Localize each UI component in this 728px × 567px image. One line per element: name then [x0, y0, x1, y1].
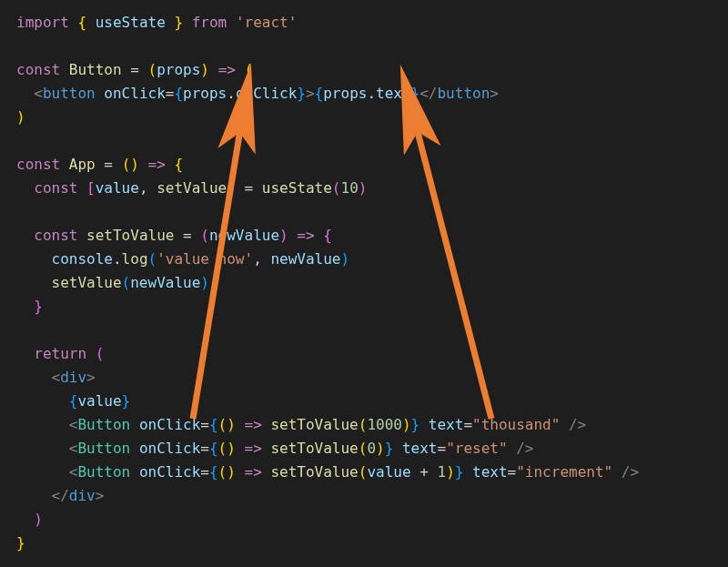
punct: =: [166, 85, 175, 102]
attr-onclick: onClick: [139, 463, 200, 481]
attr-onclick: onClick: [139, 440, 200, 457]
paren: ): [359, 179, 368, 197]
paren: ): [34, 511, 43, 528]
paren: ): [200, 61, 209, 78]
number-10: 10: [341, 179, 359, 197]
param-props: props: [157, 61, 200, 78]
keyword-import: import: [16, 14, 69, 31]
brace: {: [174, 156, 183, 173]
dot: .: [113, 250, 122, 268]
paren: ): [16, 108, 25, 126]
brace: }: [411, 416, 420, 433]
code-line: const App = () => {: [16, 156, 183, 173]
arrow: =>: [297, 227, 314, 244]
paren: (: [218, 463, 228, 481]
attr-text: text: [429, 416, 464, 433]
string-react: 'react': [236, 14, 297, 31]
paren: (: [359, 440, 368, 457]
brace: }: [16, 534, 25, 552]
paren: (: [359, 416, 368, 433]
punct: =: [463, 416, 472, 433]
identifier-value: value: [77, 392, 121, 410]
identifier-props: props: [183, 85, 227, 102]
code-line: <Button onClick={() => setToValue(value …: [16, 463, 639, 481]
jsx-open: <: [69, 440, 78, 457]
paren: (: [218, 416, 228, 433]
string-valuenow: 'value now': [157, 250, 253, 268]
jsx-close: >: [96, 487, 105, 504]
attr-text: text: [472, 463, 508, 481]
dot: .: [227, 85, 236, 102]
code-line: const setToValue = (newValue) => {: [16, 227, 332, 244]
arrow: =>: [218, 61, 236, 78]
jsx-component-button: Button: [77, 463, 130, 481]
brace: {: [209, 440, 218, 457]
paren: (: [359, 463, 368, 481]
comma: ,: [139, 179, 148, 197]
paren: (: [96, 345, 105, 362]
code-line: <div>: [16, 369, 96, 386]
paren: (: [122, 156, 131, 173]
brace: {: [323, 227, 332, 244]
brace: }: [174, 14, 183, 31]
punct: =: [508, 463, 517, 481]
identifier-setvalue: setValue: [157, 179, 227, 197]
identifier-newvalue: newValue: [270, 250, 340, 268]
paren: ): [227, 416, 236, 433]
comma: ,: [253, 250, 262, 268]
punct: =: [104, 156, 113, 173]
paren: (: [122, 274, 131, 291]
brace: }: [385, 440, 394, 457]
jsx-close: >: [490, 85, 499, 102]
brace: {: [209, 463, 218, 481]
bracket: ]: [227, 179, 236, 197]
identifier-value: value: [367, 463, 410, 481]
paren: (: [200, 227, 209, 244]
code-line: const Button = (props) => (: [16, 61, 253, 78]
keyword-const: const: [34, 179, 77, 197]
brace: {: [174, 85, 183, 102]
identifier-settovalue: setToValue: [86, 227, 174, 244]
jsx-tag-div: div: [60, 369, 86, 386]
paren: ): [446, 463, 455, 481]
identifier-value: value: [96, 179, 139, 197]
keyword-const: const: [34, 227, 77, 244]
code-line: ): [16, 108, 25, 126]
brace: {: [69, 392, 78, 410]
punct: =: [200, 416, 209, 433]
paren: ): [376, 440, 385, 457]
identifier-console: console: [52, 250, 113, 268]
code-line: {value}: [16, 392, 130, 410]
arrow: =>: [245, 440, 262, 457]
jsx-component-button: Button: [77, 416, 130, 433]
paren: (: [245, 61, 254, 78]
attr-onclick: onClick: [104, 85, 165, 102]
number-1: 1: [437, 463, 446, 481]
call-log: log: [122, 250, 148, 268]
paren: ): [340, 250, 349, 268]
brace: {: [315, 85, 324, 102]
string-thousand: "thousand": [472, 416, 560, 433]
paren: ): [130, 156, 139, 173]
code-line: import { useState } from 'react': [16, 14, 297, 31]
brace: }: [297, 85, 306, 102]
code-line: ): [16, 511, 43, 528]
paren: ): [227, 463, 236, 481]
op-plus: +: [420, 463, 429, 481]
code-line: <Button onClick={() => setToValue(0)} te…: [16, 440, 533, 457]
paren: (: [148, 61, 157, 78]
jsx-tag-button: button: [43, 85, 96, 102]
brace: {: [209, 416, 218, 433]
code-line: }: [16, 298, 43, 315]
call-settovalue: setToValue: [270, 440, 358, 457]
code-editor[interactable]: import { useState } from 'react' const B…: [0, 0, 728, 566]
identifier-newvalue: newValue: [130, 274, 200, 291]
brace: }: [455, 463, 464, 481]
brace: }: [411, 85, 420, 102]
jsx-open: <: [52, 369, 61, 386]
jsx-selfclose: />: [569, 416, 586, 433]
code-line: setValue(newValue): [16, 274, 209, 291]
paren: (: [218, 440, 228, 457]
call-settovalue: setToValue: [270, 463, 358, 481]
paren: ): [227, 440, 236, 457]
